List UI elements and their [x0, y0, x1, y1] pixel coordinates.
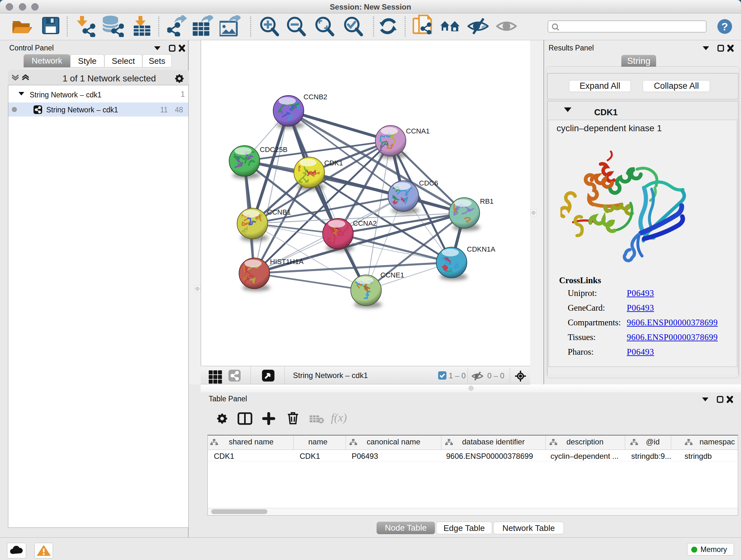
svg-text:HIST1H1A: HIST1H1A	[270, 258, 304, 266]
svg-text:CCNE1: CCNE1	[381, 271, 404, 279]
svg-text:CDC6: CDC6	[419, 179, 438, 187]
svg-text:CDK1: CDK1	[324, 159, 343, 167]
svg-text:CDC25B: CDC25B	[260, 145, 287, 153]
svg-text:RB1: RB1	[480, 197, 494, 205]
svg-text:CDKN1A: CDKN1A	[467, 245, 495, 253]
svg-text:CCNB1: CCNB1	[267, 208, 291, 216]
svg-text:CCNB2: CCNB2	[304, 93, 327, 101]
svg-text:CCNA1: CCNA1	[406, 127, 430, 135]
svg-text:CCNA2: CCNA2	[353, 219, 377, 227]
